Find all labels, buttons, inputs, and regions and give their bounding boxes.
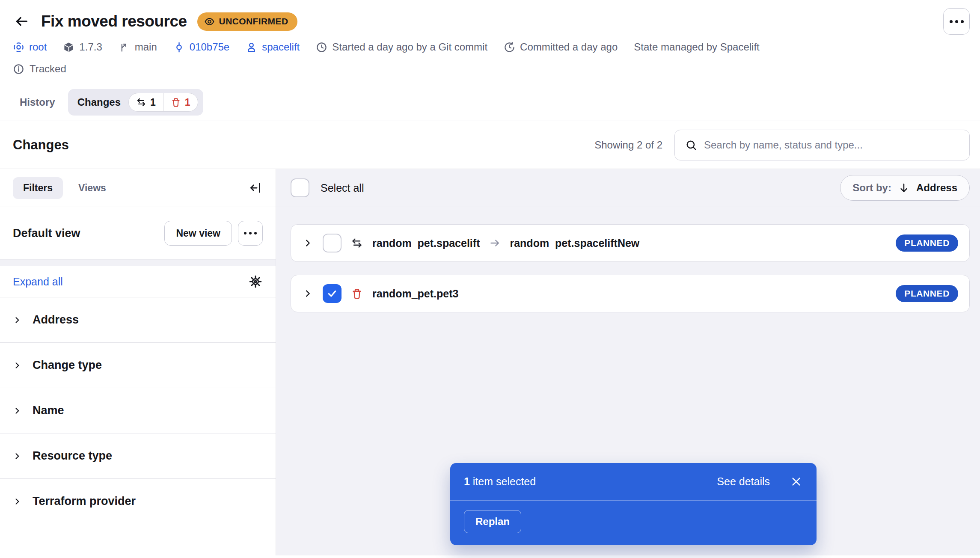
state-managed-info: State managed by Spacelift [634,41,760,53]
run-meta-row: root 1.7.3 main 010b75e spacelift Starte… [13,37,970,57]
expand-all-link[interactable]: Expand all [13,276,63,288]
terraform-version: 1.7.3 [63,41,102,53]
tab-changes[interactable]: Changes 1 1 [68,89,203,116]
status-badge-unconfirmed: UNCONFIRMED [197,12,298,31]
sidebar-tab-filters[interactable]: Filters [13,177,63,199]
sort-by-button[interactable]: Sort by: Address [840,175,970,201]
page-title: Fix moved resource [41,12,187,30]
ellipsis-icon [950,20,953,23]
resource-to-name: random_pet.spaceliftNew [510,237,639,249]
person-icon [246,42,257,53]
committed-info: Committed a day ago [504,41,618,53]
commit-icon [173,42,185,53]
arrow-right-icon [489,237,500,249]
chevron-right-icon [13,497,21,506]
select-all-checkbox[interactable] [291,178,309,197]
clock-icon [316,42,327,53]
search-input[interactable] [704,139,959,151]
chevron-right-icon [13,316,21,324]
tracked-row: Tracked [13,57,970,80]
showing-count: Showing 2 of 2 [594,139,662,151]
back-button[interactable] [13,12,31,30]
committer-link[interactable]: spacelift [246,41,300,53]
run-tabs: History Changes 1 1 [13,84,970,121]
close-toast-button[interactable] [790,475,803,488]
status-badge-planned: PLANNED [896,234,958,252]
deleted-count: 1 [163,97,198,108]
info-icon[interactable] [13,63,24,75]
status-badge-label: UNCONFIRMED [219,16,288,27]
swap-icon [351,237,363,249]
history-clock-icon [504,42,515,53]
row-checkbox-checked[interactable] [323,284,342,303]
arrow-down-icon [898,182,909,193]
search-icon [685,139,697,151]
resource-row-deleted: random_pet.pet3 PLANNED [291,275,970,312]
chevron-right-icon [13,361,21,370]
filter-settings-button[interactable] [248,274,263,289]
select-all-label[interactable]: Select all [321,182,364,194]
commit-link[interactable]: 010b75e [173,41,229,53]
filters-sidebar: Filters Views Default view New view Expa… [0,169,276,555]
arrow-left-icon [15,14,29,29]
view-options-button[interactable] [238,221,263,246]
section-title: Changes [13,137,69,153]
started-info: Started a day ago by a Git commit [316,41,487,53]
eye-icon [204,16,215,27]
check-icon [327,288,338,299]
sidebar-separator-band [0,259,276,266]
see-details-link[interactable]: See details [717,475,770,488]
current-view-name: Default view [13,227,80,240]
status-badge-planned: PLANNED [896,285,958,302]
cube-icon [63,42,74,53]
change-counts-badge: 1 1 [128,93,198,112]
chevron-right-icon [13,407,21,415]
search-box [674,130,970,160]
filter-section-change-type[interactable]: Change type [0,343,276,388]
resource-row-moved: random_pet.spacelift random_pet.spacelif… [291,224,970,262]
selection-count-message: 1 item selected [464,475,536,488]
tab-history[interactable]: History [13,96,62,108]
filter-section-address[interactable]: Address [0,297,276,342]
close-icon [790,476,802,487]
new-view-button[interactable]: New view [164,221,232,246]
sidebar-tab-views[interactable]: Views [78,182,106,194]
collapse-sidebar-button[interactable] [248,181,263,195]
filter-section-terraform-provider[interactable]: Terraform provider [0,479,276,524]
chevron-right-icon [303,289,312,298]
tab-changes-label: Changes [77,96,121,108]
branch-name: main [119,41,157,53]
resource-from-name: random_pet.spacelift [372,237,480,249]
resource-name: random_pet.pet3 [372,288,458,300]
trash-icon [351,288,363,300]
collapse-panel-icon [249,181,262,194]
run-actions-button[interactable] [943,8,970,35]
replan-button[interactable]: Replan [464,510,521,533]
branch-icon [119,42,130,53]
stack-link[interactable]: root [13,41,47,53]
selection-toast: 1 item selected See details Replan [450,463,817,545]
changes-section-header: Changes Showing 2 of 2 [0,121,980,169]
row-checkbox[interactable] [323,234,342,252]
expand-row-button[interactable] [302,288,313,299]
filter-section-name[interactable]: Name [0,388,276,433]
tracked-label: Tracked [30,63,66,75]
expand-row-button[interactable] [302,237,313,249]
run-header: Fix moved resource UNCONFIRMED root 1.7.… [0,0,980,121]
swap-icon [136,97,146,107]
moved-count: 1 [129,97,163,108]
gear-icon [249,275,262,288]
chevron-right-icon [13,452,21,460]
chevron-right-icon [303,238,312,248]
space-icon [13,42,24,53]
trash-icon [171,97,181,107]
filter-section-resource-type[interactable]: Resource type [0,433,276,478]
